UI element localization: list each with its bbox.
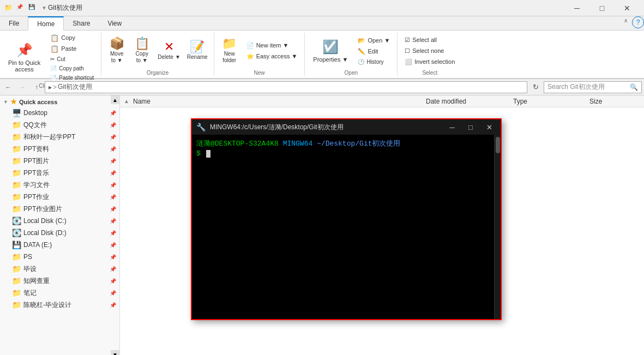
ppt-qiuye-folder-icon: 📁	[12, 133, 21, 141]
copy-icon: 📋	[50, 34, 59, 42]
new-folder-button[interactable]: 📁 Newfolder	[218, 34, 242, 68]
search-box[interactable]: Search Git初次使用 🔍	[544, 81, 642, 93]
main-layout: ▲ ▼ ★ Quick access 🖥️ Desktop 📌 📁 QQ文件 📌…	[0, 95, 644, 355]
history-label: History	[366, 59, 383, 65]
sidebar-item-ps[interactable]: 📁 PS 📌	[0, 251, 119, 263]
sidebar-item-chenxiao[interactable]: 📁 陈晓杠-毕业设计 📌	[0, 299, 119, 311]
sidebar-item-disk-e[interactable]: 💾 DATA (E:) 📌	[0, 239, 119, 251]
bishe-folder-icon: 📁	[12, 264, 21, 273]
col-header-size[interactable]: Size	[587, 98, 642, 105]
address-bar: ← → ↑ ▸ > Git初次使用 ↻ Search Git初次使用 🔍	[0, 79, 644, 95]
tab-view[interactable]: View	[99, 16, 130, 31]
new-item-label: New item ▼	[256, 42, 289, 49]
properties-button[interactable]: ☑️ Properties ▼	[308, 34, 353, 68]
sidebar-scroll-up[interactable]: ▲	[111, 95, 119, 104]
clipboard-sub-col: ✂ Cut 📄 Copy path 📄 Paste shortcut	[46, 55, 98, 82]
close-button[interactable]: ✕	[615, 0, 640, 16]
sidebar-item-ppt-music[interactable]: 📁 PPT音乐 📌	[0, 167, 119, 179]
select-all-button[interactable]: ☑ Select all	[401, 35, 459, 45]
terminal-close-button[interactable]: ✕	[482, 121, 496, 133]
diske-icon: 💾	[12, 240, 21, 249]
sidebar-item-notes[interactable]: 📁 笔记 📌	[0, 287, 119, 299]
sort-arrow-icon[interactable]: ▲	[122, 98, 131, 104]
notes-label: 笔记	[23, 288, 107, 298]
new-col: 📄 New item ▼ ⭐ Easy access ▼	[243, 40, 302, 61]
tab-file[interactable]: File	[0, 16, 28, 31]
terminal-minimize-button[interactable]: ─	[445, 121, 459, 133]
zhiwang-pin-icon: 📌	[110, 278, 116, 284]
chenxiao-folder-icon: 📁	[12, 300, 21, 309]
chenxiao-label: 陈晓杠-毕业设计	[23, 300, 107, 310]
col-header-type[interactable]: Type	[511, 98, 587, 105]
sidebar-item-zhiwang[interactable]: 📁 知网查重 📌	[0, 275, 119, 287]
move-to-button[interactable]: 📦 Moveto ▼	[105, 34, 129, 68]
back-button[interactable]: ←	[2, 81, 14, 93]
open-buttons: ☑️ Properties ▼ 📂 Open ▼ ✏️ Edit 🕐 Histo…	[308, 33, 394, 69]
open-label: Open ▼	[368, 37, 390, 44]
quickaccess-star-icon: ★	[10, 98, 17, 106]
maximize-button[interactable]: □	[589, 0, 615, 16]
ribbon-content: 📌 Pin to Quickaccess 📋 Copy 📋 Paste ✂	[0, 31, 644, 79]
invert-selection-button[interactable]: ⬜ Invert selection	[401, 57, 459, 67]
up-button[interactable]: ↑	[31, 81, 43, 93]
ribbon-minimize-icon[interactable]: ∧	[622, 16, 630, 30]
sidebar-item-study[interactable]: 📁 学习文件 📌	[0, 179, 119, 191]
copy-path-button[interactable]: 📄 Copy path	[46, 64, 98, 73]
search-icon: 🔍	[630, 83, 638, 91]
sidebar: ▲ ▼ ★ Quick access 🖥️ Desktop 📌 📁 QQ文件 📌…	[0, 95, 120, 355]
titlebar-icon3: 💾	[28, 4, 37, 13]
sidebar-item-desktop[interactable]: 🖥️ Desktop 📌	[0, 107, 119, 119]
address-box[interactable]: ▸ > Git初次使用	[45, 81, 527, 93]
new-item-button[interactable]: 📄 New item ▼	[243, 40, 302, 50]
content-body: 🔧 MINGW64:/c/Users/涟漪/Desktop/Git初次使用 ─ …	[120, 107, 644, 355]
terminal-title: MINGW64:/c/Users/涟漪/Desktop/Git初次使用	[210, 123, 441, 132]
sidebar-item-ppt-hw-img[interactable]: 📁 PPT作业图片 📌	[0, 203, 119, 215]
chenxiao-pin-icon: 📌	[110, 302, 116, 308]
properties-icon: ☑️	[322, 39, 339, 55]
terminal-maximize-button[interactable]: □	[464, 121, 478, 133]
sidebar-item-ppt-img[interactable]: 📁 PPT图片 📌	[0, 155, 119, 167]
bishe-label: 毕设	[23, 264, 107, 274]
col-header-date[interactable]: Date modified	[424, 98, 511, 105]
sidebar-item-ppt-data[interactable]: 📁 PPT资料 📌	[0, 143, 119, 155]
terminal-body[interactable]: 涟漪@DESKTOP-S32A4K8 MINGW64 ~/Desktop/Git…	[192, 135, 494, 319]
edit-button[interactable]: ✏️ Edit	[354, 46, 394, 56]
paste-button[interactable]: 📋 Paste	[46, 44, 98, 53]
forward-button[interactable]: →	[16, 81, 28, 93]
tab-home[interactable]: Home	[28, 16, 64, 31]
history-button[interactable]: 🕐 History	[354, 57, 394, 66]
sidebar-scroll-down[interactable]: ▼	[111, 350, 119, 355]
sidebar-item-qq[interactable]: 📁 QQ文件 📌	[0, 119, 119, 131]
refresh-button[interactable]: ↻	[529, 81, 541, 93]
sidebar-item-ppt-hw[interactable]: 📁 PPT作业 📌	[0, 191, 119, 203]
tab-share[interactable]: Share	[64, 16, 99, 31]
col-header-name[interactable]: Name	[131, 98, 424, 105]
pin-to-quick-access-button[interactable]: 📌 Pin to Quickaccess	[3, 40, 45, 74]
select-none-button[interactable]: ☐ Select none	[401, 46, 459, 56]
copy-button[interactable]: 📋 Copy	[46, 33, 98, 43]
cut-button[interactable]: ✂ Cut	[46, 55, 98, 63]
title-dropdown[interactable]: ▼	[40, 5, 48, 11]
minimize-button[interactable]: ─	[564, 0, 589, 16]
copy-to-button[interactable]: 📋 Copyto ▼	[130, 34, 154, 68]
copy-path-label: Copy path	[59, 65, 84, 71]
qq-label: QQ文件	[23, 121, 107, 130]
expand-icon[interactable]: ▼	[3, 99, 8, 105]
pasteshortcut-icon: 📄	[50, 75, 57, 81]
ps-folder-icon: 📁	[12, 252, 21, 261]
rename-button[interactable]: 📝 Rename	[184, 34, 210, 68]
pptmusic-folder-icon: 📁	[12, 169, 21, 177]
sidebar-item-bishe[interactable]: 📁 毕设 📌	[0, 263, 119, 275]
sidebar-item-ppt-qiuye[interactable]: 📁 和秋叶一起学PPT 📌	[0, 131, 119, 143]
terminal-scrollbar[interactable]	[494, 135, 501, 319]
easy-access-button[interactable]: ⭐ Easy access ▼	[243, 51, 302, 61]
edit-label: Edit	[368, 48, 378, 55]
terminal-scroll-thumb[interactable]	[496, 137, 500, 153]
help-button[interactable]: ?	[632, 16, 644, 28]
desktop-pin-icon: 📌	[110, 110, 116, 116]
address-path: Git初次使用	[58, 82, 92, 92]
open-button[interactable]: 📂 Open ▼	[354, 35, 394, 45]
sidebar-item-disk-c[interactable]: 💽 Local Disk (C:) 📌	[0, 215, 119, 227]
delete-button[interactable]: ✕ Delete ▼	[155, 34, 183, 68]
sidebar-item-disk-d[interactable]: 💽 Local Disk (D:) 📌	[0, 227, 119, 239]
